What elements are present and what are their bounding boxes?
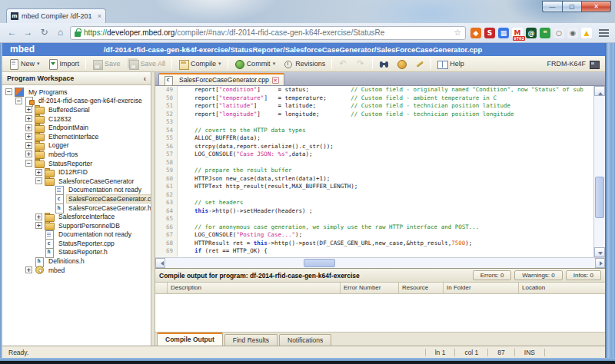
reload-icon[interactable]: ↻: [37, 25, 52, 40]
toolbar-save-button[interactable]: Save: [89, 58, 124, 71]
tree-item-endpointmain[interactable]: +EndpointMain: [2, 123, 151, 132]
expand-icon[interactable]: +: [25, 151, 32, 157]
horizontal-scrollbar[interactable]: [155, 257, 605, 268]
tree-item-bufferedserial[interactable]: +BufferedSerial: [2, 105, 151, 114]
tree-item-documentation-not-ready[interactable]: Documentation not ready: [2, 186, 151, 195]
tree-item-logger[interactable]: +Logger: [2, 141, 151, 151]
mbed-logo[interactable]: mbed: [2, 43, 42, 56]
mbed-favicon-icon: m: [11, 12, 18, 20]
infos-count-button[interactable]: Infos: 0: [566, 270, 601, 280]
editor-tab[interactable]: SalesForceCaseGenerator.cpp ✕: [158, 73, 284, 85]
back-icon[interactable]: ←: [5, 25, 19, 40]
tree-item-statusreporter-h[interactable]: StatusReporter.h: [2, 248, 151, 257]
browser-extension-icon-2[interactable]: S: [484, 28, 495, 38]
toolbar-help-button[interactable]: Help: [434, 58, 467, 71]
home-icon[interactable]: ⌂: [53, 25, 68, 40]
maximize-button[interactable]: ▢: [562, 1, 582, 12]
tree-item-statusreporter-cpp[interactable]: StatusReporter.cpp: [2, 239, 151, 248]
tree-item-salesforceinterface[interactable]: +SalesforceInterface: [2, 212, 151, 221]
expand-icon[interactable]: +: [35, 213, 42, 220]
collapse-icon[interactable]: −: [25, 160, 32, 167]
tree-item-salesforcecasegenerator[interactable]: −SalesforceCaseGenerator: [2, 177, 151, 186]
expand-icon[interactable]: +: [25, 142, 32, 149]
tree-item-label: EthernetInterface: [47, 133, 100, 141]
expand-icon[interactable]: +: [35, 222, 42, 229]
toolbar-revisions-button[interactable]: Revisions: [280, 58, 328, 71]
scroll-down-icon[interactable]: [594, 247, 605, 257]
browser-extension-icon-4[interactable]: M9702: [512, 28, 523, 38]
tree-item-mbed[interactable]: +mbed: [2, 266, 151, 275]
toolbar-wrench-button[interactable]: [411, 58, 427, 71]
collapse-icon[interactable]: −: [5, 88, 12, 95]
toolbar-find-button[interactable]: [376, 58, 392, 71]
tree-item-my-programs[interactable]: −My Programs: [2, 88, 151, 97]
toolbar-compile-button[interactable]: Compile▾: [175, 58, 224, 71]
browser-tab[interactable]: m mbed Compiler /df-201 ×: [6, 8, 106, 23]
column-header-in-folder[interactable]: In Folder: [444, 283, 519, 293]
expand-icon[interactable]: +: [25, 124, 32, 131]
expand-icon[interactable]: +: [25, 115, 32, 122]
tab-notifications[interactable]: Notifications: [279, 334, 331, 346]
tree-item-mbed-rtos[interactable]: +mbed-rtos: [2, 150, 151, 159]
dropdown-arrow-icon: ▾: [218, 61, 221, 67]
folder-icon: [35, 105, 45, 114]
collapse-panel-icon[interactable]: ‹: [144, 72, 146, 85]
scroll-right-icon[interactable]: [595, 258, 605, 268]
browser-extension-icon-9[interactable]: ▲: [581, 28, 592, 38]
vertical-scrollbar[interactable]: [593, 86, 605, 257]
column-header-error-number[interactable]: Error Number: [341, 283, 399, 293]
scroll-up-icon[interactable]: [594, 86, 605, 96]
tree-item-documentation-not-ready[interactable]: Documentation not ready: [2, 230, 151, 240]
tree-item-definitions-h[interactable]: Definitions.h: [2, 256, 151, 266]
toolbar-redo-button[interactable]: [353, 58, 369, 71]
folder-icon: [35, 150, 45, 158]
expand-icon[interactable]: +: [25, 106, 32, 113]
warnings-count-button[interactable]: Warnings: 0: [514, 270, 562, 280]
browser-menu-icon[interactable]: [597, 27, 610, 38]
url-input[interactable]: https:// developer.mbed.org /compiler/#n…: [70, 26, 466, 40]
toolbar-import-button[interactable]: Import: [45, 58, 83, 71]
tab-find-results[interactable]: Find Results: [224, 334, 278, 346]
collapse-icon[interactable]: −: [35, 177, 42, 184]
tree-item-supportpersonneldb[interactable]: +SupportPersonnelDB: [2, 221, 151, 230]
expand-icon[interactable]: +: [25, 266, 32, 273]
toolbar-format-button[interactable]: [394, 58, 410, 71]
tab-compile-output[interactable]: Compile Output: [157, 333, 223, 346]
program-icon: [25, 97, 35, 105]
column-header-resource[interactable]: Resource: [399, 283, 444, 293]
toolbar-commit-button[interactable]: Commit▾: [231, 58, 279, 71]
close-button[interactable]: ✕: [582, 1, 611, 12]
browser-extension-icon-3[interactable]: ▦: [498, 28, 509, 38]
tree-item-salesforcecasegenerator-h[interactable]: SalesForceCaseGenerator.h: [2, 204, 151, 213]
browser-extension-icon-5[interactable]: @: [526, 28, 537, 38]
errors-count-button[interactable]: Errors: 0: [473, 270, 512, 280]
vertical-scroll-thumb[interactable]: [595, 177, 604, 218]
toolbar-new-button[interactable]: New▾: [5, 58, 43, 71]
tree-item-statusreporter[interactable]: −StatusReporter: [2, 159, 151, 168]
toolbar-save-all-button[interactable]: Save All: [125, 58, 169, 71]
column-header-location[interactable]: Location: [519, 283, 605, 293]
tree-item-salesforcecasegenerator-cpp[interactable]: SalesForceCaseGenerator.cpp: [2, 194, 151, 204]
collapse-icon[interactable]: −: [15, 98, 22, 104]
scroll-left-icon[interactable]: [155, 258, 165, 268]
bookmark-star-icon[interactable]: ☆: [454, 28, 461, 38]
editor-tab-close-icon[interactable]: ✕: [272, 77, 279, 84]
tree-item-c12832[interactable]: +C12832: [2, 114, 151, 124]
browser-extension-icon-1[interactable]: ◆: [470, 28, 481, 38]
tree-item-df-2014-rfid-case-gen-k64f-exercise[interactable]: −df-2014-rfid-case-gen-k64f-exercise: [2, 97, 151, 106]
minimize-button[interactable]: —: [542, 1, 562, 12]
platform-target-button[interactable]: FRDM-K64F: [547, 59, 602, 69]
toolbar-undo-button[interactable]: [335, 58, 351, 71]
forward-icon[interactable]: →: [21, 25, 35, 40]
horizontal-scroll-thumb[interactable]: [304, 259, 335, 267]
code-editor[interactable]: 49 report["condition"] = status; // Cust…: [155, 86, 593, 257]
browser-extension-icon-6[interactable]: ❝: [540, 28, 550, 38]
expand-icon[interactable]: +: [35, 169, 42, 176]
browser-extension-icon-7[interactable]: ○: [554, 28, 564, 38]
column-header-description[interactable]: Description: [168, 283, 341, 293]
browser-extension-icon-8[interactable]: ◉: [567, 28, 578, 38]
tree-item-id12rfid[interactable]: +ID12RFID: [2, 167, 151, 177]
tree-item-ethernetinterface[interactable]: +EthernetInterface: [2, 132, 151, 141]
expand-icon[interactable]: +: [25, 133, 32, 140]
tab-close-icon[interactable]: ×: [98, 12, 101, 20]
